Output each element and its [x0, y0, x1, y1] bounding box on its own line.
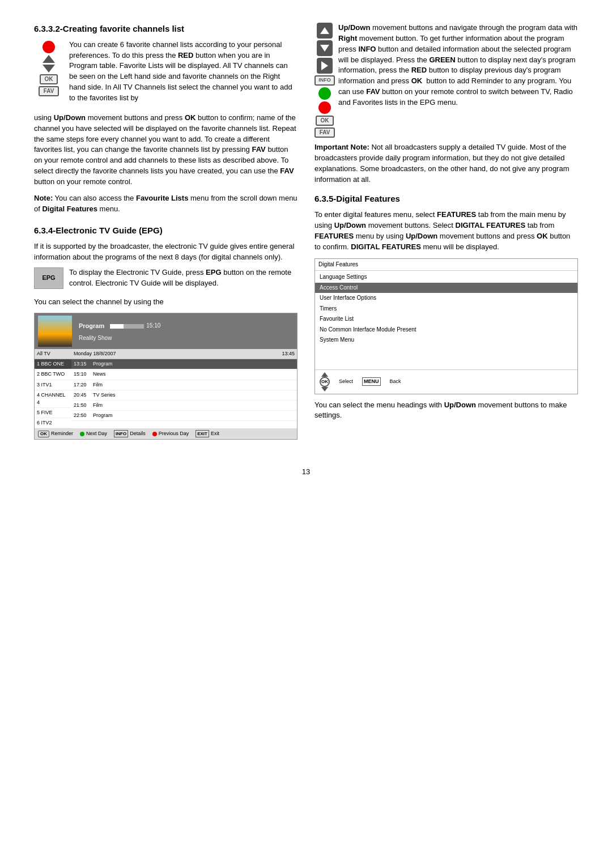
info-button: INFO [314, 75, 335, 86]
right-section-text: Up/Down movement buttons and navigate th… [338, 23, 578, 108]
green-button [318, 87, 331, 100]
digfeat-menu-key: MENU [362, 377, 381, 386]
epg-bottom-bar: OK Reminder Next Day INFO Details Previo… [35, 428, 297, 440]
section-6332-title: 6.3.3.2-Creating favorite channels list [34, 23, 298, 35]
section-635: 6.3.5-Digital Features To enter digital … [314, 193, 578, 421]
section-6334: 6.3.4-Electronic TV Guide (EPG) If it is… [34, 224, 298, 440]
digfeat-title-text: Digital Features [318, 261, 358, 267]
epg-prev-day-group: Previous Day [152, 430, 189, 437]
epg-prev-day-label: Previous Day [159, 430, 189, 437]
epg-time-end: 15:10 [146, 322, 160, 330]
nav-right-btn [317, 58, 333, 74]
digfeat-ok-circle: OK [320, 377, 330, 387]
section-6332: 6.3.3.2-Creating favorite channels list … [34, 23, 298, 214]
epg-date: Monday 18/8/2007 [74, 350, 116, 358]
epg-inline-desc: EPG To display the Electronic TV Guide, … [34, 267, 298, 293]
epg-channel-header: All TV [35, 349, 71, 359]
epg-desc-text: To display the Electronic TV Guide, pres… [69, 267, 298, 289]
epg-schedule-row: 13:15 Program [71, 359, 297, 369]
digfeat-menu-item: Language Settings [315, 272, 577, 283]
epg-reminder-group: OK Reminder [38, 430, 73, 437]
epg-channel-item: 1 BBC ONE [35, 359, 71, 369]
epg-schedule-row: 22:50 Program [71, 411, 297, 421]
up-button-icon [42, 55, 55, 63]
digfeat-menu-item: Timers [315, 304, 577, 314]
epg-schedule-row: 17:20 Film [71, 380, 297, 390]
epg-channel-item: 6 ITV2 [35, 418, 71, 428]
epg-exit-btn: EXIT [196, 430, 209, 438]
epg-schedule-header: Monday 18/8/2007 13:45 [71, 349, 297, 359]
epg-channel-list: 1 BBC ONE 2 BBC TWO 3 ITV1 4 CHANNEL 4 5… [35, 359, 71, 428]
section-6332-inner: OK FAV You can create 6 favorite channel… [34, 40, 298, 108]
right-column: INFO OK FAV Up/Down movement buttons and… [314, 23, 578, 450]
epg-row-time: 20:45 [74, 392, 91, 399]
epg-row-prog: News [93, 371, 295, 378]
section-6334-text2: You can select the channel by using the [34, 297, 298, 308]
section-6332-text1: You can create 6 favorite channel lists … [69, 40, 298, 104]
digfeat-screenshot: Digital Features Language Settings Acces… [314, 258, 578, 394]
section-6332-text2: using Up/Down movement buttons and press… [34, 113, 298, 188]
epg-exit-group: EXIT Exit [196, 430, 219, 438]
important-note: Important Note: Not all broadcasters sup… [314, 142, 578, 185]
epg-info-btn: INFO [114, 430, 128, 438]
page-content: 6.3.3.2-Creating favorite channels list … [34, 23, 578, 450]
digfeat-title-bar: Digital Features [315, 259, 577, 271]
epg-details-group: INFO Details [114, 430, 146, 438]
epg-row-prog: Program [93, 412, 295, 419]
right-remote-section: INFO OK FAV Up/Down movement buttons and… [314, 23, 578, 138]
digfeat-ok-select: OK [320, 372, 330, 392]
epg-row-time: 17:20 [74, 381, 91, 389]
right-remote-buttons: INFO OK FAV [314, 23, 335, 138]
section-6334-text1: If it is supported by the broadcaster, t… [34, 241, 298, 263]
nav-up-btn [317, 23, 333, 39]
red-button [318, 101, 331, 114]
epg-schedule-row: 15:10 News [71, 369, 297, 380]
digfeat-menu-item-selected: Access Control [315, 283, 577, 293]
red-dot-icon [152, 432, 157, 436]
epg-row-prog: Film [93, 381, 295, 389]
page-number: 13 [34, 467, 578, 478]
epg-main-area: All TV 1 BBC ONE 2 BBC TWO 3 ITV1 4 CHAN… [35, 349, 297, 428]
digfeat-select-label: Select [339, 378, 353, 385]
section-6332-note: Note: You can also access the Favourite … [34, 193, 298, 215]
epg-row-time: 13:15 [74, 360, 91, 368]
section-635-title: 6.3.5-Digital Features [314, 193, 578, 205]
digfeat-arrows: OK [320, 372, 330, 392]
digfeat-arrow-down [321, 387, 328, 392]
epg-row-time: 21:50 [74, 402, 91, 409]
digfeat-menu-item: Favourite List [315, 314, 577, 325]
ok-button-icon: OK [40, 74, 58, 84]
epg-row-prog: Program [93, 360, 295, 368]
nav-down-btn [317, 40, 333, 56]
epg-row-time: 15:10 [74, 371, 91, 378]
digfeat-arrow-up [321, 372, 328, 377]
epg-exit-label: Exit [211, 430, 219, 437]
epg-thumbnail [38, 316, 72, 347]
epg-button-box: EPG [34, 267, 63, 289]
left-column: 6.3.3.2-Creating favorite channels list … [34, 23, 298, 450]
green-dot-icon [80, 432, 84, 436]
section-635-text: To enter digital features menu, select F… [314, 210, 578, 252]
epg-show-type: Reality Show [75, 333, 160, 344]
epg-row-prog: Film [93, 402, 295, 409]
ok-button-right: OK [316, 116, 334, 126]
epg-details-label: Details [130, 430, 146, 437]
remote-buttons-illus: OK FAV [34, 41, 63, 108]
fav-button-right: FAV [314, 127, 335, 138]
epg-program-label: Program [75, 320, 108, 333]
digfeat-back-label: Back [390, 378, 401, 385]
epg-schedule: Monday 18/8/2007 13:45 13:15 Program 15:… [71, 349, 297, 428]
epg-channel-item: 3 ITV1 [35, 380, 71, 390]
epg-next-day-group: Next Day [80, 430, 107, 437]
epg-schedule-row: 20:45 TV Series [71, 390, 297, 401]
epg-top-bar: Program 15:10 Reality Show [35, 313, 297, 349]
epg-channel-item: 2 BBC TWO [35, 369, 71, 380]
epg-row-prog: TV Series [93, 392, 295, 399]
epg-next-day-label: Next Day [86, 430, 107, 437]
section-635-after: You can select the menu headings with Up… [314, 400, 578, 422]
down-button-icon [42, 65, 55, 73]
epg-ok-btn: OK [38, 431, 49, 437]
digfeat-menu-item: No Common Interface Module Present [315, 325, 577, 335]
epg-reminder-label: Reminder [51, 430, 73, 437]
epg-row-time: 22:50 [74, 412, 91, 419]
